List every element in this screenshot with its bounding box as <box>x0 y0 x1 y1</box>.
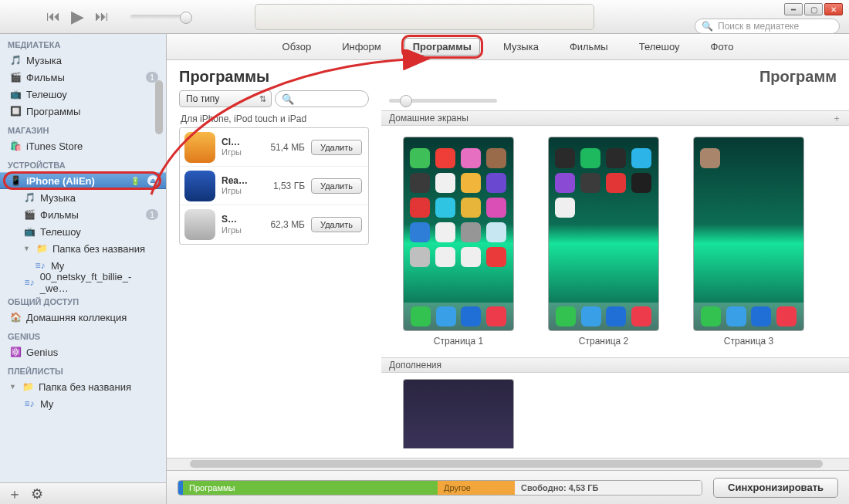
volume-slider[interactable] <box>130 15 192 19</box>
library-search-input[interactable]: 🔍 Поиск в медиатеке <box>695 19 840 34</box>
app-row[interactable]: S…Игры 62,3 МБ Удалить <box>180 205 368 244</box>
app-icon <box>184 132 215 163</box>
capacity-seg-free: Свободно: 4,53 ГБ <box>515 481 702 495</box>
sidebar-item-genius[interactable]: ⚛️Genius <box>0 343 166 360</box>
tab-info[interactable]: Информ <box>334 39 389 55</box>
sidebar-item-device-movies[interactable]: 🎬Фильмы1 <box>0 206 166 223</box>
iphone-icon: 📱 <box>9 174 22 187</box>
folder-icon: 📁 <box>36 242 48 255</box>
sidebar-item-playlist-folder[interactable]: ▼📁Папка без названия <box>0 378 166 395</box>
tv-icon: 📺 <box>23 225 36 238</box>
sidebar-item-home-sharing[interactable]: 🏠Домашняя коллекция <box>0 309 166 326</box>
search-icon: 🔍 <box>702 21 713 32</box>
horizontal-scrollbar[interactable] <box>167 458 849 470</box>
zoom-slider[interactable] <box>389 99 497 103</box>
sidebar-item-apps[interactable]: 🔲Программы <box>0 103 166 120</box>
playlist-icon: ≡♪ <box>23 397 36 410</box>
delete-app-button[interactable]: Удалить <box>311 217 362 232</box>
apps-search-input[interactable]: 🔍 <box>275 90 369 107</box>
window-maximize-button[interactable]: ▢ <box>804 3 823 15</box>
apps-section-label: Для iPhone, iPod touch и iPad <box>179 110 369 127</box>
tab-tvshows[interactable]: Телешоу <box>631 39 688 55</box>
extra-screen[interactable] <box>403 379 514 448</box>
search-icon: 🔍 <box>282 93 294 105</box>
playlist-icon: ≡♪ <box>23 276 36 289</box>
sidebar: МЕДИАТЕКА 🎵Музыка 🎬Фильмы1 📺Телешоу 🔲Про… <box>0 34 167 504</box>
genius-icon: ⚛️ <box>9 346 22 358</box>
apps-list: Cl…Игры 51,4 МБ Удалить Rea…Игры 1,53 ГБ… <box>179 127 369 245</box>
play-button[interactable]: ▶ <box>71 7 84 27</box>
sidebar-item-itunes-store[interactable]: 🛍️iTunes Store <box>0 137 166 154</box>
add-page-button[interactable]: ＋ <box>832 112 841 125</box>
sidebar-scrollbar[interactable] <box>155 80 164 466</box>
tab-movies[interactable]: Фильмы <box>562 39 616 55</box>
sidebar-item-device-folder[interactable]: ▼📁Папка без названия <box>0 240 166 257</box>
delete-app-button[interactable]: Удалить <box>311 140 362 155</box>
next-button[interactable]: ⏭ <box>95 8 109 25</box>
sidebar-head-store: МАГАЗИН <box>0 120 166 137</box>
tv-icon: 📺 <box>9 88 22 100</box>
window-minimize-button[interactable]: ━ <box>784 3 803 15</box>
sidebar-item-music[interactable]: 🎵Музыка <box>0 52 166 69</box>
music-icon: 🎵 <box>23 191 36 204</box>
playlist-icon: ≡♪ <box>34 259 46 272</box>
battery-icon: 🔋 <box>130 177 140 185</box>
home-screen-page-2[interactable]: Страница 2 <box>548 137 659 347</box>
prev-button[interactable]: ⏮ <box>46 8 60 25</box>
sidebar-head-genius: GENIUS <box>0 326 166 343</box>
sidebar-settings-button[interactable]: ⚙ <box>31 485 43 502</box>
music-icon: 🎵 <box>9 54 22 66</box>
app-size: 62,3 МБ <box>263 219 305 230</box>
capacity-seg-apps: Программы <box>183 481 438 495</box>
home-screen-page-3[interactable]: Страница 3 <box>693 137 804 347</box>
page-title-right: Программ <box>759 68 837 86</box>
tab-music[interactable]: Музыка <box>496 39 546 55</box>
app-row[interactable]: Cl…Игры 51,4 МБ Удалить <box>180 128 368 167</box>
page-title: Программы <box>179 68 269 86</box>
top-toolbar: ⏮ ▶ ⏭ ━ ▢ ✕ 🔍 Поиск в медиатеке <box>0 0 849 34</box>
content-area: Обзор Информ Программы Музыка Фильмы Тел… <box>167 34 849 504</box>
tab-overview[interactable]: Обзор <box>275 39 320 55</box>
disclosure-icon[interactable]: ▼ <box>9 383 17 391</box>
lcd-display <box>255 4 594 30</box>
home-screens-pane: Домашние экраны＋ <box>375 90 849 458</box>
sidebar-item-tvshows[interactable]: 📺Телешоу <box>0 86 166 103</box>
capacity-bar: Программы Другое Свободно: 4,53 ГБ <box>178 480 702 496</box>
sidebar-item-playlist-my[interactable]: ≡♪My <box>0 395 166 412</box>
status-bar: Программы Другое Свободно: 4,53 ГБ Синхр… <box>167 470 849 504</box>
sidebar-item-device-music[interactable]: 🎵Музыка <box>0 189 166 206</box>
sidebar-head-playlists: ПЛЕЙЛИСТЫ <box>0 360 166 378</box>
sidebar-item-device-playlist-netsky[interactable]: ≡♪00_netsky_ft_billie_-_we… <box>0 274 166 291</box>
sidebar-head-library: МЕДИАТЕКА <box>0 34 166 52</box>
app-size: 51,4 МБ <box>263 142 305 153</box>
sync-button[interactable]: Синхронизировать <box>713 478 838 498</box>
folder-icon: 📁 <box>22 381 34 393</box>
capacity-seg-other: Другое <box>438 481 515 495</box>
movies-icon: 🎬 <box>9 71 22 83</box>
delete-app-button[interactable]: Удалить <box>311 178 362 194</box>
app-size: 1,53 ГБ <box>263 181 305 191</box>
apps-list-pane: По типу 🔍 Для iPhone, iPod touch и iPad … <box>167 90 375 458</box>
sidebar-item-device-iphone[interactable]: 📱 iPhone (AliEn) 🔋 ⏏ <box>0 172 166 189</box>
home-screen-page-1[interactable]: Страница 1 <box>403 137 514 347</box>
sidebar-item-movies[interactable]: 🎬Фильмы1 <box>0 69 166 86</box>
tab-apps[interactable]: Программы <box>404 38 480 56</box>
sidebar-head-devices: УСТРОЙСТВА <box>0 154 166 172</box>
sidebar-item-device-tvshows[interactable]: 📺Телешоу <box>0 223 166 240</box>
app-row[interactable]: Rea…Игры 1,53 ГБ Удалить <box>180 167 368 205</box>
apps-icon: 🔲 <box>9 105 22 117</box>
disclosure-icon[interactable]: ▼ <box>23 245 31 252</box>
movies-icon: 🎬 <box>23 208 36 221</box>
device-tabs: Обзор Информ Программы Музыка Фильмы Тел… <box>167 34 849 60</box>
app-icon <box>184 171 215 201</box>
search-placeholder: Поиск в медиатеке <box>718 21 799 32</box>
tab-photos[interactable]: Фото <box>703 39 742 55</box>
sort-select[interactable]: По типу <box>179 90 272 107</box>
home-icon: 🏠 <box>9 311 22 323</box>
store-icon: 🛍️ <box>9 140 22 152</box>
section-home-screens: Домашние экраны＋ <box>381 110 849 126</box>
app-icon <box>184 209 215 240</box>
add-playlist-button[interactable]: ＋ <box>8 485 22 503</box>
section-extras: Дополнения <box>381 357 849 373</box>
window-close-button[interactable]: ✕ <box>824 3 843 15</box>
